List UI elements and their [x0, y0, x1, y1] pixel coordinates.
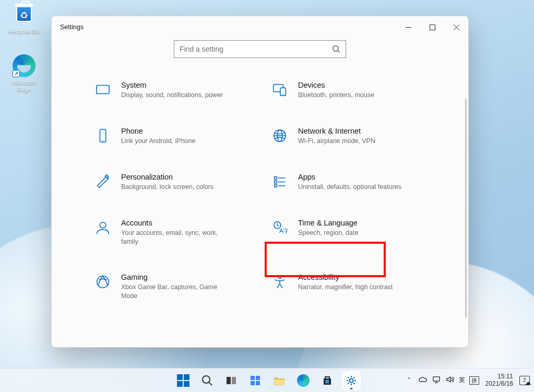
widgets-icon — [249, 374, 262, 387]
search-box[interactable] — [174, 40, 346, 58]
gaming-icon — [94, 273, 112, 291]
desktop: ♻ Recycle Bin ↗ Microsoft Edge Settings — [0, 0, 534, 392]
desktop-icon-label: Recycle Bin — [5, 28, 43, 35]
system-icon — [94, 81, 112, 99]
category-title: Phone — [121, 127, 195, 135]
category-system[interactable]: System Display, sound, notifications, po… — [88, 76, 255, 105]
network-icon — [271, 127, 289, 145]
category-accessibility[interactable]: Accessibility Narrator, magnifier, high … — [265, 268, 432, 306]
tray-notifications[interactable]: 2 — [519, 376, 530, 385]
category-title: Accessibility — [298, 273, 393, 281]
category-desc: Uninstall, defaults, optional features — [298, 183, 401, 192]
category-time-language[interactable]: A字 Time & Language Speech, region, date — [265, 213, 432, 252]
svg-rect-6 — [97, 86, 109, 94]
task-view[interactable] — [221, 370, 242, 391]
category-desc: Xbox Game Bar, captures, Game Mode — [121, 283, 226, 301]
svg-line-30 — [277, 284, 280, 288]
svg-point-27 — [97, 276, 109, 288]
svg-point-45 — [349, 378, 353, 382]
devices-icon — [271, 81, 289, 99]
category-desc: Speech, region, date — [298, 229, 358, 237]
svg-point-28 — [278, 276, 281, 279]
tray-ime-mode[interactable]: 拼 — [469, 376, 479, 385]
tray-date: 2021/6/16 — [485, 381, 513, 388]
taskbar: ˄ 英 拼 15:11 2021/6/16 2 — [0, 368, 534, 392]
category-phone[interactable]: Phone Link your Android, iPhone — [88, 122, 255, 151]
taskbar-store[interactable] — [317, 370, 338, 391]
phone-icon — [94, 127, 112, 145]
svg-rect-35 — [232, 377, 236, 384]
search-icon — [332, 45, 340, 53]
taskbar-settings[interactable] — [341, 370, 362, 391]
category-title: Devices — [298, 81, 374, 89]
time-language-icon: A字 — [271, 219, 289, 236]
category-title: Apps — [298, 173, 401, 181]
svg-rect-44 — [327, 382, 329, 383]
settings-window: Settings — [51, 16, 469, 348]
windows-logo-icon — [177, 374, 189, 387]
category-network[interactable]: Network & Internet Wi-Fi, airplane mode,… — [265, 122, 432, 151]
search-input[interactable] — [180, 45, 332, 53]
svg-rect-36 — [251, 376, 255, 380]
task-view-icon — [225, 374, 238, 387]
tray-onedrive-icon[interactable] — [418, 376, 428, 385]
window-title: Settings — [60, 23, 84, 31]
svg-rect-41 — [325, 380, 327, 382]
start-button[interactable] — [173, 370, 194, 391]
minimize-icon — [406, 25, 411, 30]
category-title: Time & Language — [298, 219, 358, 227]
category-apps[interactable]: Apps Uninstall, defaults, optional featu… — [265, 168, 432, 197]
category-desc: Bluetooth, printers, mouse — [298, 91, 374, 100]
category-personalization[interactable]: Personalization Background, lock screen,… — [88, 168, 255, 197]
category-desc: Wi-Fi, airplane mode, VPN — [298, 137, 375, 146]
accounts-icon — [94, 219, 112, 236]
taskbar-search[interactable] — [197, 370, 218, 391]
category-accounts[interactable]: Accounts Your accounts, email, sync, wor… — [88, 213, 255, 252]
maximize-icon — [430, 25, 435, 30]
desktop-icon-recycle-bin[interactable]: ♻ Recycle Bin — [5, 3, 43, 35]
minimize-button[interactable] — [396, 16, 420, 38]
titlebar[interactable]: Settings — [52, 16, 468, 38]
category-desc: Link your Android, iPhone — [121, 137, 195, 146]
svg-line-5 — [338, 51, 340, 53]
settings-content: System Display, sound, notifications, po… — [52, 67, 468, 347]
tray-chevron-up-icon[interactable]: ˄ — [405, 376, 414, 385]
category-title: Accounts — [121, 219, 226, 227]
desktop-icon-label: Microsoft Edge — [5, 79, 43, 93]
maximize-button[interactable] — [420, 16, 444, 38]
tray-network-icon[interactable] — [432, 376, 441, 385]
search-wrap — [52, 38, 468, 67]
folder-icon — [273, 374, 286, 387]
category-devices[interactable]: Devices Bluetooth, printers, mouse — [265, 76, 432, 105]
desktop-icon-edge[interactable]: ↗ Microsoft Edge — [5, 54, 43, 93]
svg-point-12 — [102, 140, 103, 141]
svg-rect-16 — [275, 176, 277, 179]
svg-point-32 — [203, 376, 210, 383]
close-button[interactable] — [444, 16, 468, 38]
tray-volume-icon[interactable] — [445, 376, 455, 385]
svg-rect-46 — [433, 377, 440, 381]
taskbar-widgets[interactable] — [245, 370, 266, 391]
tray-ime-lang[interactable]: 英 — [459, 376, 465, 385]
category-gaming[interactable]: Gaming Xbox Game Bar, captures, Game Mod… — [88, 268, 255, 306]
close-icon — [454, 25, 459, 30]
search-icon — [201, 374, 213, 387]
recycle-bin-icon: ♻ — [13, 3, 35, 26]
svg-rect-38 — [251, 381, 255, 385]
svg-text:A字: A字 — [279, 228, 288, 234]
svg-line-25 — [277, 225, 279, 226]
shortcut-arrow-icon: ↗ — [13, 70, 20, 77]
edge-icon: ↗ — [13, 54, 35, 77]
category-title: Personalization — [121, 173, 213, 181]
accessibility-icon — [271, 273, 289, 291]
svg-rect-43 — [325, 382, 327, 383]
svg-rect-1 — [430, 25, 435, 30]
taskbar-explorer[interactable] — [269, 370, 290, 391]
svg-rect-18 — [275, 181, 277, 183]
svg-rect-37 — [256, 376, 260, 380]
taskbar-edge[interactable] — [293, 370, 314, 391]
tray-clock[interactable]: 15:11 2021/6/16 — [483, 373, 515, 388]
store-icon — [321, 374, 334, 387]
category-desc: Display, sound, notifications, power — [121, 91, 223, 100]
category-title: Gaming — [121, 273, 226, 281]
